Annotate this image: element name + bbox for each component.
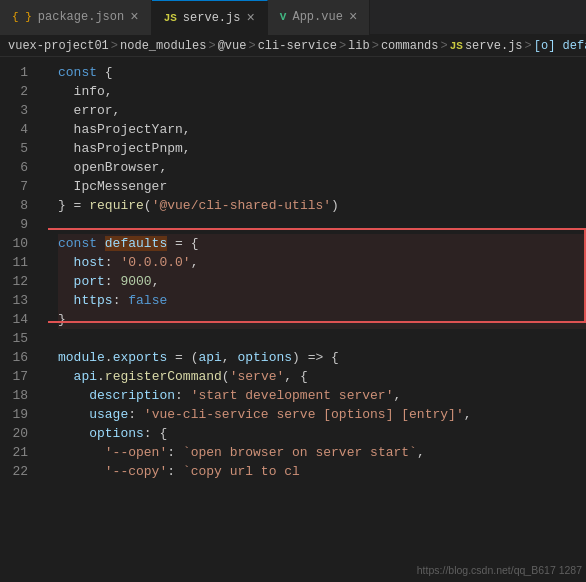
token: exports: [113, 350, 168, 365]
line-number-3: 3: [0, 101, 38, 120]
token: host: [74, 255, 105, 270]
token: '@vue/cli-shared-utils': [152, 198, 331, 213]
code-line-1: const {: [58, 63, 586, 82]
breadcrumb-serve-js: serve.js: [465, 39, 523, 53]
line-number-1: 1: [0, 63, 38, 82]
token: 9000: [120, 274, 151, 289]
token: api: [58, 369, 97, 384]
breadcrumb-cli-service: cli-service: [258, 39, 337, 53]
token: .: [105, 350, 113, 365]
token: :: [128, 407, 144, 422]
token: :: [105, 274, 121, 289]
token: : {: [144, 426, 167, 441]
token: ,: [393, 388, 401, 403]
token: module: [58, 350, 105, 365]
token: [58, 293, 74, 308]
token: const: [58, 236, 105, 251]
line-number-8: 8: [0, 196, 38, 215]
breadcrumb-js-icon: JS: [450, 40, 463, 52]
package-json-icon: { }: [12, 11, 32, 23]
token: '--copy': [105, 464, 167, 479]
token: openBrowser: [58, 160, 159, 175]
token: `open browser on server start`: [183, 445, 417, 460]
token: = (: [167, 350, 198, 365]
token: IpcMessenger: [58, 179, 167, 194]
tab-label: serve.js: [183, 11, 241, 25]
code-line-13: https: false: [58, 291, 586, 310]
token: options: [237, 350, 292, 365]
tab-bar: { } package.json × JS serve.js × V App.v…: [0, 0, 586, 35]
editor-area: 12345678910111213141516171819202122 cons…: [0, 57, 586, 582]
token: }: [58, 312, 66, 327]
line-numbers: 12345678910111213141516171819202122: [0, 57, 48, 582]
js-file-icon: JS: [164, 12, 177, 24]
token: ,: [191, 255, 199, 270]
token: [58, 445, 105, 460]
token: ,: [183, 122, 191, 137]
token: defaults: [105, 236, 167, 251]
breadcrumb-at-vue: @vue: [218, 39, 247, 53]
tab-close-icon[interactable]: ×: [349, 10, 357, 24]
code-line-5: hasProjectPnpm,: [58, 139, 586, 158]
token: :: [167, 464, 183, 479]
token: =: [175, 236, 183, 251]
code-line-9: [58, 215, 586, 234]
line-number-7: 7: [0, 177, 38, 196]
token: ,: [183, 141, 191, 156]
line-number-11: 11: [0, 253, 38, 272]
token: :: [167, 445, 183, 460]
tab-close-icon[interactable]: ×: [130, 10, 138, 24]
token: ,: [464, 407, 472, 422]
code-line-10: const defaults = {: [58, 234, 586, 253]
token: [58, 464, 105, 479]
token: [58, 274, 74, 289]
token: '0.0.0.0': [120, 255, 190, 270]
token: (: [222, 369, 230, 384]
token: .: [97, 369, 105, 384]
code-line-18: description: 'start development server',: [58, 386, 586, 405]
tab-close-icon[interactable]: ×: [246, 11, 254, 25]
line-number-9: 9: [0, 215, 38, 234]
code-line-22: '--copy': `copy url to cl: [58, 462, 586, 481]
token: ): [331, 198, 339, 213]
code-line-11: host: '0.0.0.0',: [58, 253, 586, 272]
token: , {: [284, 369, 307, 384]
token: ,: [159, 160, 167, 175]
token: :: [175, 388, 191, 403]
token: port: [74, 274, 105, 289]
tab-package-json[interactable]: { } package.json ×: [0, 0, 152, 35]
token: {: [183, 236, 199, 251]
breadcrumb: vuex-project01 > node_modules > @vue > c…: [0, 35, 586, 57]
token: info: [58, 84, 105, 99]
breadcrumb-node-modules: node_modules: [120, 39, 206, 53]
tab-serve-js[interactable]: JS serve.js ×: [152, 0, 268, 35]
token: ) => {: [292, 350, 339, 365]
token: description: [58, 388, 175, 403]
token: :: [113, 293, 129, 308]
token: options: [58, 426, 144, 441]
line-number-14: 14: [0, 310, 38, 329]
code-line-15: [58, 329, 586, 348]
code-line-19: usage: 'vue-cli-service serve [options] …: [58, 405, 586, 424]
line-number-15: 15: [0, 329, 38, 348]
token: 'serve': [230, 369, 285, 384]
tab-label: App.vue: [292, 10, 342, 24]
token: ,: [222, 350, 238, 365]
breadcrumb-defaults-sym: [o] defaults: [534, 39, 586, 53]
code-line-17: api.registerCommand('serve', {: [58, 367, 586, 386]
vue-file-icon: V: [280, 11, 287, 23]
code-line-6: openBrowser,: [58, 158, 586, 177]
code-line-20: options: {: [58, 424, 586, 443]
tab-app-vue[interactable]: V App.vue ×: [268, 0, 370, 35]
token: require: [81, 198, 143, 213]
line-number-5: 5: [0, 139, 38, 158]
line-number-19: 19: [0, 405, 38, 424]
token: `copy url to cl: [183, 464, 300, 479]
code-line-8: } = require('@vue/cli-shared-utils'): [58, 196, 586, 215]
token: ,: [113, 103, 121, 118]
line-number-22: 22: [0, 462, 38, 481]
token: registerCommand: [105, 369, 222, 384]
line-number-6: 6: [0, 158, 38, 177]
line-number-2: 2: [0, 82, 38, 101]
code-area[interactable]: const { info, error, hasProjectYarn, has…: [48, 57, 586, 582]
